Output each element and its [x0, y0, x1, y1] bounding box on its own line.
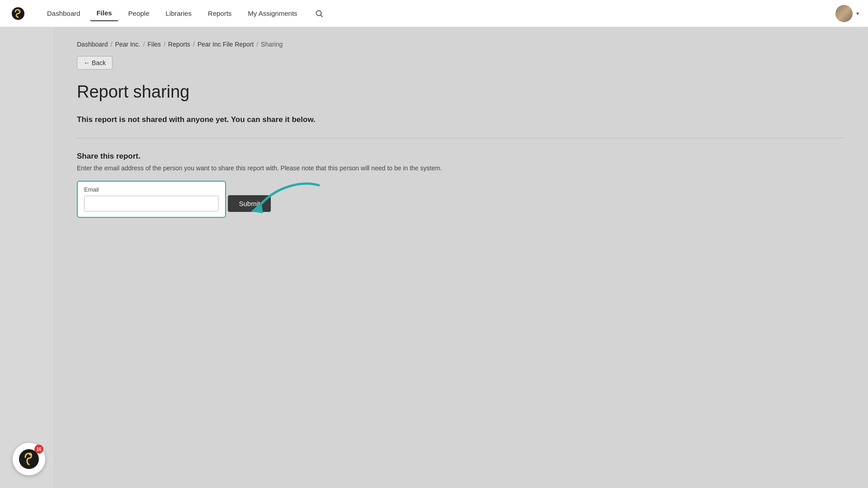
breadcrumb-pear-inc[interactable]: Pear Inc.: [115, 41, 140, 48]
avatar-dropdown-arrow[interactable]: ▾: [856, 10, 859, 17]
navbar-right: ▾: [835, 5, 859, 22]
breadcrumb-sep-3: /: [164, 41, 165, 48]
app-logo[interactable]: [9, 5, 27, 23]
nav-dashboard[interactable]: Dashboard: [41, 6, 86, 21]
breadcrumb-pear-file-report[interactable]: Pear Inc File Report: [198, 41, 254, 48]
breadcrumb: Dashboard / Pear Inc. / Files / Reports …: [77, 41, 845, 48]
submit-button[interactable]: Submit: [228, 195, 271, 212]
nav-reports[interactable]: Reports: [202, 6, 238, 21]
email-field-wrapper: Email: [77, 181, 226, 218]
breadcrumb-sep-2: /: [143, 41, 145, 48]
main-wrapper: Dashboard / Pear Inc. / Files / Reports …: [0, 27, 868, 488]
search-button[interactable]: [312, 6, 326, 21]
navbar: Dashboard Files People Libraries Reports…: [0, 0, 868, 27]
breadcrumb-files[interactable]: Files: [147, 41, 161, 48]
not-shared-message: This report is not shared with anyone ye…: [77, 115, 845, 124]
breadcrumb-sep-4: /: [193, 41, 195, 48]
page-title: Report sharing: [77, 82, 845, 102]
nav-people[interactable]: People: [122, 6, 156, 21]
breadcrumb-sharing: Sharing: [261, 41, 283, 48]
content-area: Dashboard / Pear Inc. / Files / Reports …: [54, 27, 868, 488]
back-button[interactable]: ← Back: [77, 56, 113, 70]
nav-files[interactable]: Files: [90, 5, 118, 21]
share-description: Enter the email address of the person yo…: [77, 164, 845, 172]
svg-point-2: [19, 9, 20, 10]
email-input[interactable]: [84, 196, 219, 211]
nav-my-assignments[interactable]: My Assignments: [241, 6, 303, 21]
sidebar: [0, 27, 54, 488]
navbar-links: Dashboard Files People Libraries Reports…: [41, 5, 835, 21]
breadcrumb-sep-5: /: [256, 41, 258, 48]
svg-point-7: [29, 453, 32, 455]
email-form-container: Email: [77, 181, 226, 225]
breadcrumb-sep-1: /: [111, 41, 113, 48]
bottom-widget-badge: 16: [34, 445, 43, 454]
breadcrumb-reports[interactable]: Reports: [168, 41, 190, 48]
bottom-widget[interactable]: 16: [13, 443, 45, 475]
nav-libraries[interactable]: Libraries: [159, 6, 198, 21]
email-label: Email: [84, 186, 219, 193]
avatar[interactable]: [835, 5, 853, 22]
svg-line-4: [321, 15, 322, 17]
share-heading: Share this report.: [77, 152, 845, 161]
breadcrumb-dashboard[interactable]: Dashboard: [77, 41, 108, 48]
divider: [77, 138, 845, 138]
